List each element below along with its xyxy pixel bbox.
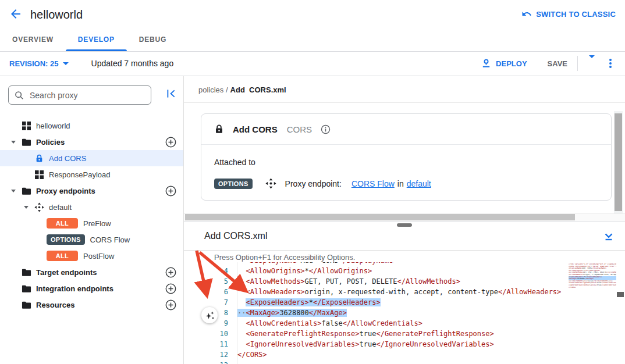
horizontal-scrollbar-thumb[interactable] — [185, 214, 575, 220]
method-badge: ALL — [47, 251, 78, 261]
add-button[interactable] — [165, 137, 176, 148]
sidebar-item-label: Integration endpoints — [36, 284, 113, 293]
sidebar-item-resources[interactable]: Resources — [0, 297, 183, 313]
code-line[interactable]: <AllowOrigins>*</AllowOrigins> — [237, 266, 372, 276]
sidebar-item-label: Add CORS — [49, 154, 86, 163]
sidebar-item-proxy-endpoints[interactable]: Proxy endpoints — [0, 183, 183, 199]
code-line[interactable]: <AllowHeaders>origin, x-requested-with, … — [237, 287, 561, 297]
proxy-tree: helloworldPoliciesAdd CORSResponsePayloa… — [0, 117, 183, 313]
endpoint-link[interactable]: default — [407, 179, 431, 188]
save-options-dropdown[interactable] — [587, 56, 597, 71]
code-editor-panel: Add CORS.xml Press Option+F1 for Accessi… — [184, 222, 625, 364]
page-title: helloworld — [30, 0, 83, 28]
caret-down-icon[interactable] — [8, 141, 19, 144]
sidebar-item-default[interactable]: default — [0, 199, 183, 215]
collapse-sidebar-icon[interactable] — [166, 89, 176, 98]
search-icon — [14, 90, 24, 101]
search-input[interactable] — [29, 90, 151, 101]
proxy-explorer-sidebar: helloworldPoliciesAdd CORSResponsePayloa… — [0, 76, 184, 364]
chevron-down-icon — [589, 55, 595, 68]
folder-icon — [21, 185, 31, 196]
tab-develop[interactable]: DEVELOP — [66, 28, 127, 51]
gemini-sparkle-button[interactable] — [201, 307, 218, 323]
breadcrumb-current: Add CORS.xml — [230, 85, 286, 94]
add-button[interactable] — [165, 267, 176, 278]
line-number: 11 — [184, 339, 228, 349]
sidebar-item-preflow[interactable]: ALLPreFlow — [0, 215, 183, 231]
line-number: 12 — [184, 349, 228, 360]
tab-debug[interactable]: DEBUG — [127, 28, 179, 51]
sidebar-item-integration-endpoints[interactable]: Integration endpoints — [0, 280, 183, 297]
lock-icon — [214, 124, 224, 134]
attached-to-label: Attached to — [214, 158, 598, 167]
tab-overview[interactable]: OVERVIEW — [0, 28, 66, 51]
caret-down-icon[interactable] — [8, 190, 19, 192]
code-line[interactable]: <IgnoreUnresolvedVariables>true</IgnoreU… — [237, 339, 494, 349]
vertical-scrollbar-thumb[interactable] — [615, 113, 622, 211]
code-line[interactable]: ··<MaxAge>3628800</MaxAge> — [237, 308, 347, 318]
collapse-panel-icon[interactable] — [603, 231, 615, 242]
endpoint-icon — [34, 202, 44, 212]
sidebar-item-responsepayload[interactable]: ResponsePayload — [0, 166, 183, 183]
sidebar-item-label: Target endpoints — [36, 268, 97, 277]
apigee-develop-page: helloworld SWITCH TO CLASSIC OVERVIEWDEV… — [0, 0, 625, 364]
switch-to-classic-button[interactable]: SWITCH TO CLASSIC — [521, 0, 616, 28]
sidebar-item-label: Policies — [36, 138, 65, 147]
caret-down-icon[interactable] — [21, 206, 31, 209]
sidebar-item-label: PreFlow — [83, 219, 111, 228]
flow-link[interactable]: CORS Flow — [351, 179, 395, 188]
breadcrumb-prefix[interactable]: policies / — [198, 85, 228, 94]
line-number: 4 — [184, 266, 228, 276]
policy-summary-card: Add CORS CORS Attached to OPTIONS Proxy … — [201, 113, 612, 201]
line-number: 6 — [184, 287, 228, 297]
endpoint-label: Proxy endpoint: — [285, 179, 342, 188]
add-button[interactable] — [165, 185, 176, 197]
sidebar-item-cors-flow[interactable]: OPTIONSCORS Flow — [0, 231, 183, 248]
save-button[interactable]: SAVE — [548, 59, 567, 68]
sidebar-item-helloworld[interactable]: helloworld — [0, 117, 183, 134]
code-editor[interactable]: <DisplayName>Add CORS</DisplayName>4 <Al… — [184, 262, 625, 364]
folder-icon — [21, 267, 31, 277]
code-line[interactable]: <GeneratePreflightResponse>true</Generat… — [237, 329, 494, 339]
proxy-icon — [34, 169, 44, 180]
line-number: 13 — [184, 360, 228, 364]
sidebar-item-policies[interactable]: Policies — [0, 134, 183, 150]
add-button[interactable] — [165, 299, 176, 311]
app-header: helloworld SWITCH TO CLASSIC — [0, 0, 625, 28]
panel-resize-handle[interactable] — [397, 223, 412, 227]
revision-dropdown[interactable]: REVISION: 25 — [9, 59, 69, 68]
code-line[interactable]: </CORS> — [237, 349, 267, 360]
line-number: 5 — [184, 276, 228, 287]
editor-file-title: Add CORS.xml — [204, 231, 267, 241]
folder-icon — [21, 299, 31, 310]
line-number: 7 — [184, 297, 228, 308]
folder-icon — [21, 137, 31, 147]
add-button[interactable] — [165, 283, 176, 294]
deploy-button[interactable]: DEPLOY — [481, 58, 527, 69]
sidebar-item-postflow[interactable]: ALLPostFlow — [0, 248, 183, 264]
tab-bar: OVERVIEWDEVELOPDEBUG — [0, 28, 625, 52]
overview-selection-mark — [617, 292, 624, 297]
info-icon[interactable] — [321, 124, 331, 134]
method-badge: ALL — [47, 218, 78, 229]
switch-to-classic-label: SWITCH TO CLASSIC — [536, 10, 616, 19]
code-line[interactable]: <AllowMethods>GET, PUT, POST, DELETE</Al… — [237, 276, 460, 287]
deploy-icon — [481, 58, 492, 69]
minimap[interactable]: <?xml version="1.0" encoding="UTF-8" sta… — [569, 262, 616, 364]
code-line[interactable]: <ExposeHeaders>*</ExposeHeaders> — [237, 297, 381, 308]
sidebar-item-add-cors[interactable]: Add CORS — [0, 150, 183, 166]
chevron-down-icon — [63, 62, 69, 65]
sidebar-item-target-endpoints[interactable]: Target endpoints — [0, 264, 183, 280]
code-line[interactable]: <AllowCredentials>false</AllowCredential… — [237, 318, 422, 329]
sidebar-item-label: default — [49, 203, 72, 212]
back-arrow-icon[interactable] — [9, 7, 23, 21]
policy-title: Add CORS — [233, 124, 278, 134]
more-options-button[interactable] — [605, 58, 616, 69]
accessibility-hint: Press Option+F1 for Accessibility Option… — [214, 253, 355, 262]
revision-action-bar: REVISION: 25 Updated 7 months ago DEPLOY… — [0, 51, 625, 76]
policy-card-body: Attached to OPTIONS Proxy endpoint: CORS… — [201, 145, 611, 189]
updated-timestamp: Updated 7 months ago — [91, 59, 174, 68]
attachment-row: OPTIONS Proxy endpoint: CORS Flow in def… — [214, 178, 598, 189]
policy-type: CORS — [287, 124, 312, 134]
policy-card-header: Add CORS CORS — [201, 114, 611, 145]
